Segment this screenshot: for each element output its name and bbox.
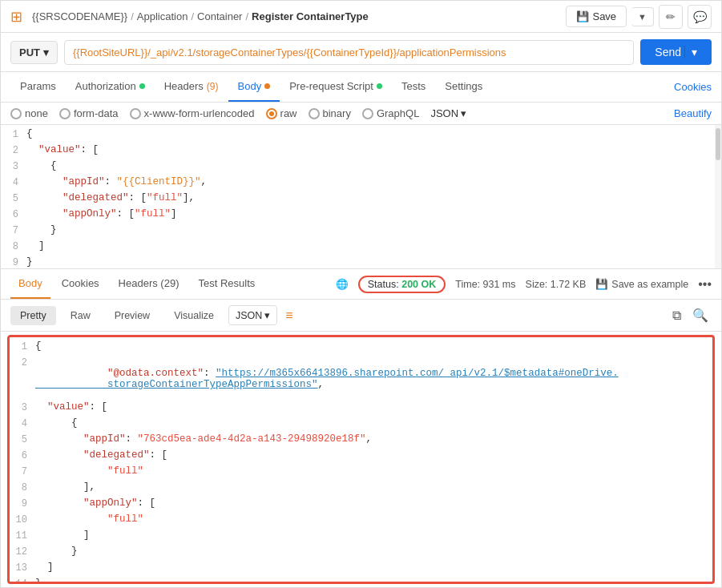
req-line-7: 7 }	[1, 224, 721, 240]
req-line-6: 6 "appOnly": ["full"]	[1, 208, 721, 224]
request-code-area: 1 { 2 "value": [ 3 { 4 "appId": "{{Clien…	[1, 125, 721, 269]
resp-preview-button[interactable]: Preview	[105, 306, 159, 325]
globe-icon: 🌐	[336, 278, 349, 290]
resp-tab-test-results[interactable]: Test Results	[191, 269, 264, 299]
resp-format-select[interactable]: JSON ▾	[228, 305, 277, 325]
app-container: ⊞ {{SRSCODENAME}} / Application / Contai…	[0, 0, 722, 588]
req-line-5: 5 "delegated": ["full"],	[1, 192, 721, 208]
tab-prerequest[interactable]: Pre-request Script	[280, 72, 392, 102]
resp-format-arrow: ▾	[264, 309, 270, 321]
edit-button[interactable]: ✏	[659, 5, 683, 29]
title-bar-actions: 💾 Save ▼ ✏ 💬	[566, 5, 712, 29]
radio-urlencoded	[130, 108, 141, 119]
resp-line-3: 3 "value": [	[10, 401, 712, 417]
tab-body[interactable]: Body	[228, 72, 280, 102]
breadcrumb-container: Container	[197, 10, 242, 22]
save-dropdown-button[interactable]: ▼	[631, 7, 654, 26]
resp-line-6: 6 "delegated": [	[10, 449, 712, 465]
method-arrow: ▾	[43, 46, 49, 58]
response-meta: 🌐 Status: 200 OK Time: 931 ms Size: 1.72…	[336, 276, 712, 293]
req-line-9: 9 }	[1, 256, 721, 269]
save-icon: 💾	[576, 10, 589, 22]
send-arrow: ▾	[684, 46, 697, 58]
format-arrow: ▾	[461, 107, 466, 119]
filter-button[interactable]: ≡	[282, 308, 296, 323]
status-text: Status: 200 OK	[358, 276, 446, 293]
opt-none[interactable]: none	[10, 107, 48, 119]
prerequest-dot	[377, 83, 382, 89]
save-example-button[interactable]: 💾 Save as example	[595, 278, 688, 290]
resp-visualize-button[interactable]: Visualize	[164, 306, 224, 325]
request-code-lines: 1 { 2 "value": [ 3 { 4 "appId": "{{Clien…	[1, 128, 721, 269]
request-scrollbar-thumb	[716, 128, 720, 160]
save-button[interactable]: 💾 Save	[566, 6, 627, 27]
resp-raw-button[interactable]: Raw	[61, 306, 100, 325]
method-label: PUT	[19, 46, 40, 58]
response-time: Time: 931 ms	[455, 279, 515, 290]
request-scrollbar[interactable]	[715, 125, 721, 268]
save-example-icon: 💾	[595, 278, 608, 290]
response-tabs: Body Cookies Headers (29) Test Results 🌐…	[1, 269, 721, 300]
breadcrumb-sep2: /	[191, 10, 194, 22]
request-tabs: Params Authorization Headers (9) Body Pr…	[1, 72, 721, 103]
comment-icon: 💬	[693, 10, 707, 23]
breadcrumb-app: Application	[137, 10, 188, 22]
opt-form-data[interactable]: form-data	[59, 107, 119, 119]
filter-icon: ≡	[285, 308, 292, 322]
edit-icon: ✏	[666, 10, 676, 23]
save-example-label: Save as example	[611, 279, 688, 290]
resp-line-9: 9 "appOnly": [	[10, 497, 712, 513]
radio-graphql	[362, 108, 373, 119]
radio-raw	[266, 108, 277, 119]
resp-line-14: 14 }	[10, 578, 712, 584]
breadcrumb-current: Register ContainerType	[252, 10, 369, 22]
authorization-dot	[139, 83, 145, 89]
tab-authorization[interactable]: Authorization	[66, 72, 155, 102]
radio-binary	[309, 108, 320, 119]
resp-pretty-button[interactable]: Pretty	[10, 306, 56, 325]
app-icon: ⊞	[10, 8, 22, 26]
opt-raw[interactable]: raw	[266, 107, 297, 119]
send-button[interactable]: Send ▾	[640, 39, 712, 65]
resp-line-7: 7 "full"	[10, 465, 712, 481]
tab-settings[interactable]: Settings	[435, 72, 492, 102]
comment-button[interactable]: 💬	[688, 5, 712, 29]
copy-button[interactable]: ⧉	[669, 304, 684, 326]
url-input[interactable]	[64, 40, 634, 65]
beautify-button[interactable]: Beautify	[674, 107, 712, 119]
body-options: none form-data x-www-form-urlencoded raw…	[1, 103, 721, 125]
resp-tab-cookies[interactable]: Cookies	[54, 269, 107, 299]
more-button[interactable]: •••	[698, 277, 712, 292]
body-dot	[264, 83, 270, 89]
tab-tests[interactable]: Tests	[392, 72, 435, 102]
radio-form-data	[59, 108, 71, 119]
breadcrumb-sep3: /	[245, 10, 248, 22]
radio-none	[10, 108, 22, 119]
resp-line-10: 10 "full"	[10, 513, 712, 530]
req-line-3: 3 {	[1, 160, 721, 176]
req-line-2: 2 "value": [	[1, 144, 721, 160]
tab-headers[interactable]: Headers (9)	[155, 72, 228, 102]
search-icon: 🔍	[692, 308, 708, 322]
format-select[interactable]: JSON ▾	[430, 107, 466, 119]
method-select[interactable]: PUT ▾	[10, 41, 58, 64]
opt-urlencoded[interactable]: x-www-form-urlencoded	[130, 107, 255, 119]
breadcrumb-sep1: /	[131, 10, 134, 22]
breadcrumb: {{SRSCODENAME}} / Application / Containe…	[32, 10, 559, 22]
resp-line-5: 5 "appId": "763cd5ea-ade4-4d2a-a143-2949…	[10, 433, 712, 449]
cookies-button[interactable]: Cookies	[674, 73, 712, 101]
response-size: Size: 1.72 KB	[526, 279, 587, 290]
resp-tab-headers[interactable]: Headers (29)	[111, 269, 188, 299]
resp-line-4: 4 {	[10, 417, 712, 433]
search-button[interactable]: 🔍	[689, 304, 712, 326]
opt-binary[interactable]: binary	[309, 107, 351, 119]
opt-graphql[interactable]: GraphQL	[362, 107, 419, 119]
resp-line-12: 12 }	[10, 546, 712, 562]
response-code-lines: 1 { 2 "@odata.context": "https://m365x66…	[10, 337, 712, 584]
resp-tab-body[interactable]: Body	[10, 269, 50, 299]
breadcrumb-srs: {{SRSCODENAME}}	[32, 10, 127, 22]
tab-params[interactable]: Params	[10, 72, 66, 102]
response-format-row: Pretty Raw Preview Visualize JSON ▾ ≡ ⧉ …	[1, 300, 721, 332]
title-bar: ⊞ {{SRSCODENAME}} / Application / Contai…	[1, 1, 721, 33]
resp-right-icons: ⧉ 🔍	[669, 304, 712, 326]
